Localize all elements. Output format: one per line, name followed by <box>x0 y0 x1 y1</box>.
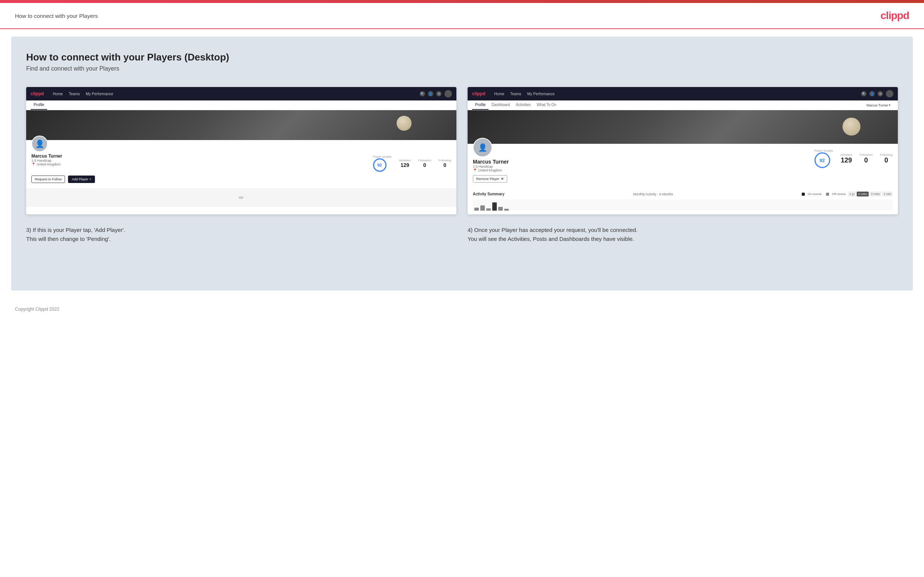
right-banner <box>468 110 898 144</box>
right-player-left: 👤 Marcus Turner 1-5 Handicap 📍 United Ki… <box>473 148 509 183</box>
right-quality-block: Player Quality 92 <box>814 149 833 168</box>
left-profile-section: 👤 Marcus Turner 1-5 Handicap 📍 United Ki… <box>26 140 456 188</box>
left-banner-circle <box>397 116 412 131</box>
activity-chart <box>473 200 893 211</box>
left-search-icon[interactable]: 🔍 <box>420 91 425 96</box>
right-followers-block: Followers 0 <box>860 153 872 164</box>
right-tabs-left: Profile Dashboard Activities What To On <box>472 100 559 110</box>
left-nav-teams[interactable]: Teams <box>69 92 80 96</box>
activity-controls: On course Off course 1 yr 6 mths 3 mths … <box>802 192 893 197</box>
left-app-nav: clippd Home Teams My Performance 🔍 👤 ⚙ <box>26 87 456 100</box>
left-nav-avatar[interactable] <box>444 90 452 97</box>
activity-period: Monthly Activity - 6 Months <box>633 192 673 196</box>
right-nav-home[interactable]: Home <box>494 92 504 96</box>
right-activities-block: Activities 129 <box>840 153 852 164</box>
left-nav-logo: clippd <box>31 91 44 96</box>
left-player-info: Marcus Turner 1-5 Handicap 📍 United King… <box>31 153 62 166</box>
activity-header: Activity Summary Monthly Activity - 6 Mo… <box>473 192 893 197</box>
page-heading: How to connect with your Players (Deskto… <box>26 52 898 63</box>
description-left-text: 3) If this is your Player tap, 'Add Play… <box>26 226 456 243</box>
time-buttons: 1 yr 6 mths 3 mths 1 mth <box>848 192 893 197</box>
right-nav-logo: clippd <box>472 91 485 96</box>
chart-bar-1 <box>474 208 479 211</box>
page-breadcrumb: How to connect with your Players <box>15 13 98 19</box>
left-banner <box>26 110 456 140</box>
left-nav-icons: 🔍 👤 ⚙ <box>420 90 452 97</box>
time-6mths-button[interactable]: 6 mths <box>857 192 869 197</box>
main-content: How to connect with your Players (Deskto… <box>11 37 913 290</box>
left-settings-icon[interactable]: ⚙ <box>436 91 441 96</box>
left-app-tabs: Profile <box>26 100 456 110</box>
left-nav-my-performance[interactable]: My Performance <box>86 92 113 96</box>
left-following-block: Following 0 <box>438 159 451 168</box>
clippd-logo: clippd <box>880 10 909 22</box>
copyright-text: Copyright Clippd 2022 <box>15 306 60 312</box>
page-subheading: Find and connect with your Players <box>26 65 898 72</box>
right-location-icon: 📍 <box>473 168 477 172</box>
right-app-tabs: Profile Dashboard Activities What To On … <box>468 100 898 110</box>
chart-bar-3 <box>486 208 491 211</box>
right-settings-icon[interactable]: ⚙ <box>878 91 883 96</box>
screenshot-right: clippd Home Teams My Performance 🔍 👤 ⚙ P… <box>468 87 898 214</box>
right-remove-button-wrapper: Remove Player ✕ <box>473 175 509 183</box>
x-icon: ✕ <box>501 177 504 181</box>
on-course-label: On course <box>808 192 822 196</box>
left-quality-block: Player Quality 92 <box>373 155 392 172</box>
left-nav-home[interactable]: Home <box>53 92 63 96</box>
chart-bar-4 <box>492 202 497 211</box>
description-right-text: 4) Once your Player has accepted your re… <box>468 226 898 243</box>
time-1mth-button[interactable]: 1 mth <box>882 192 893 197</box>
accent-bar <box>0 0 924 3</box>
right-nav-avatar[interactable] <box>886 90 893 97</box>
right-tab-what-to-on[interactable]: What To On <box>534 100 560 110</box>
right-stats-row: Player Quality 92 Activities 129 Followe… <box>814 149 893 168</box>
right-player-name: Marcus Turner <box>473 159 509 165</box>
remove-player-button[interactable]: Remove Player ✕ <box>473 175 507 183</box>
activity-legend: On course Off course <box>802 192 846 196</box>
chart-bar-6 <box>504 209 509 211</box>
right-user-dropdown: Marcus Turner ▾ <box>866 100 893 110</box>
left-user-icon[interactable]: 👤 <box>428 91 433 96</box>
user-dropdown-label[interactable]: Marcus Turner <box>866 103 888 107</box>
location-icon: 📍 <box>31 163 36 166</box>
right-profile-section: 👤 Marcus Turner 1-5 Handicap 📍 United Ki… <box>468 144 898 188</box>
dropdown-chevron-icon: ▾ <box>889 103 890 107</box>
plus-icon: + <box>89 177 91 181</box>
edit-icon: ✏ <box>239 194 244 201</box>
left-stats-row: Player Quality 92 Activities 129 Followe… <box>373 155 451 172</box>
left-followers-block: Followers 0 <box>418 159 431 168</box>
right-nav-my-performance[interactable]: My Performance <box>527 92 554 96</box>
chart-bar-2 <box>480 205 485 211</box>
right-quality-circle: 92 <box>814 152 830 168</box>
request-to-follow-button[interactable]: Request to Follow <box>31 176 65 183</box>
right-avatar-icon: 👤 <box>478 143 488 152</box>
right-tab-dashboard[interactable]: Dashboard <box>489 100 513 110</box>
left-quality-circle: 92 <box>373 158 386 172</box>
right-tab-activities[interactable]: Activities <box>513 100 533 110</box>
right-tab-profile[interactable]: Profile <box>472 100 489 110</box>
left-tab-profile[interactable]: Profile <box>31 100 47 110</box>
screenshots-row: clippd Home Teams My Performance 🔍 👤 ⚙ P… <box>26 87 898 214</box>
right-user-icon[interactable]: 👤 <box>869 91 875 96</box>
right-search-icon[interactable]: 🔍 <box>861 91 866 96</box>
right-following-block: Following 0 <box>880 153 893 164</box>
footer: Copyright Clippd 2022 <box>0 298 924 320</box>
left-profile-buttons: Request to Follow Add Player + <box>31 176 451 183</box>
off-course-dot <box>826 193 829 196</box>
add-player-button[interactable]: Add Player + <box>68 176 95 183</box>
left-player-handicap: 1-5 Handicap <box>31 159 62 163</box>
descriptions-row: 3) If this is your Player tap, 'Add Play… <box>26 226 898 243</box>
activity-summary: Activity Summary Monthly Activity - 6 Mo… <box>468 188 898 214</box>
header: How to connect with your Players clippd <box>0 3 924 29</box>
right-nav-teams[interactable]: Teams <box>510 92 521 96</box>
description-left: 3) If this is your Player tap, 'Add Play… <box>26 226 456 243</box>
time-3mths-button[interactable]: 3 mths <box>869 192 881 197</box>
left-avatar-icon: 👤 <box>35 139 44 148</box>
left-activities-block: Activities 129 <box>399 159 411 168</box>
description-right: 4) Once your Player has accepted your re… <box>468 226 898 243</box>
screenshot-left: clippd Home Teams My Performance 🔍 👤 ⚙ P… <box>26 87 456 214</box>
time-1yr-button[interactable]: 1 yr <box>848 192 856 197</box>
off-course-label: Off course <box>832 192 846 196</box>
right-app-nav: clippd Home Teams My Performance 🔍 👤 ⚙ <box>468 87 898 100</box>
chart-bar-5 <box>498 207 503 211</box>
